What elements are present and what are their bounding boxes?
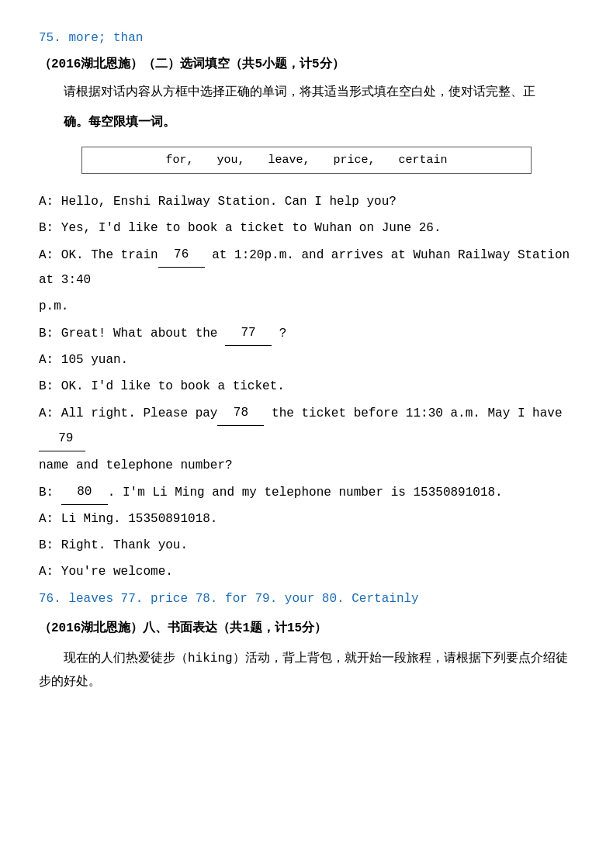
bottom-answer: 76. leaves 77. price 78. for 79. your 80…	[39, 592, 574, 606]
blank-76: 76	[158, 242, 205, 268]
writing-instruction: 现在的人们热爱徒步（hiking）活动，背上背包，就开始一段旅程，请根据下列要点…	[39, 647, 574, 694]
dialogue-line-2: B: Yes, I'd like to book a ticket to Wuh…	[39, 216, 574, 240]
dialogue-line-9: A: Li Ming. 15350891018.	[39, 507, 574, 531]
word-certain: certain	[399, 154, 448, 167]
dialogue-line-3b: p.m.	[39, 294, 574, 319]
section2-header: （2016湖北恩施）（二）选词填空（共5小题，计5分）	[39, 56, 574, 72]
dialogue-block: A: Hello, Enshi Railway Station. Can I h…	[39, 189, 574, 584]
dialogue-line-6: B: OK. I'd like to book a ticket.	[39, 374, 574, 399]
instruction1: 请根据对话内容从方框中选择正确的单词，将其适当形式填在空白处，使对话完整、正	[39, 81, 574, 104]
dialogue-line-10: B: Right. Thank you.	[39, 533, 574, 558]
word-leave: leave,	[268, 154, 310, 167]
blank-79: 79	[39, 426, 85, 451]
dialogue-line-4: B: Great! What about the 77 ?	[39, 320, 574, 346]
instruction2: 确。每空限填一词。	[39, 112, 574, 134]
word-box: for, you, leave, price, certain	[81, 147, 532, 174]
dialogue-line-11: A: You're welcome.	[39, 559, 574, 584]
dialogue-line-5: A: 105 yuan.	[39, 348, 574, 372]
section3-header: （2016湖北恩施）八、书面表达（共1题，计15分）	[39, 620, 574, 636]
top-answer: 75. more; than	[39, 31, 574, 45]
word-you: you,	[216, 154, 244, 167]
dialogue-line-7b: name and telephone number?	[39, 453, 574, 478]
blank-78: 78	[217, 400, 264, 426]
dialogue-line-1: A: Hello, Enshi Railway Station. Can I h…	[39, 189, 574, 214]
dialogue-line-7: A: All right. Please pay 78 the ticket b…	[39, 400, 574, 451]
blank-77: 77	[225, 320, 272, 346]
dialogue-line-8: B: 80 . I'm Li Ming and my telephone num…	[39, 479, 574, 505]
word-for: for,	[165, 154, 193, 167]
dialogue-line-3: A: OK. The train 76 at 1:20p.m. and arri…	[39, 242, 574, 292]
blank-80: 80	[61, 479, 108, 505]
word-price: price,	[334, 154, 376, 167]
